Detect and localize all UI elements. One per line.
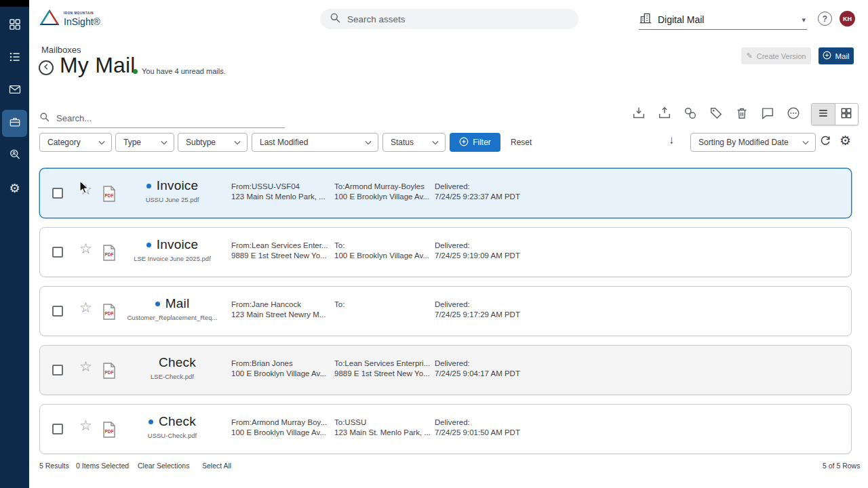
clear-selections-button[interactable]: Clear Selections bbox=[138, 462, 189, 470]
grid-icon bbox=[8, 18, 22, 34]
to-column: To:Armond Murray-Boyles100 E Brooklyn Vi… bbox=[334, 182, 429, 201]
mountain-logo-icon bbox=[39, 9, 60, 29]
status-dropdown[interactable]: Status bbox=[382, 133, 446, 152]
mail-type: Invoice bbox=[157, 178, 199, 193]
last-modified-dropdown[interactable]: Last Modified bbox=[252, 133, 378, 152]
refresh-button[interactable] bbox=[818, 135, 832, 151]
sidebar-item-digital-mail[interactable] bbox=[2, 110, 27, 137]
create-version-button[interactable]: ✎ Create Version bbox=[741, 47, 811, 64]
view-toggle bbox=[811, 103, 859, 125]
delivered-label: Delivered: bbox=[435, 241, 520, 251]
from-column: From:Brian Jones100 E Brooklyn Village A… bbox=[231, 359, 326, 378]
sidebar-item-dashboard[interactable] bbox=[2, 12, 27, 39]
delivered-time: 7/24/25 9:01:50 AM PDT bbox=[435, 428, 520, 438]
from-line2: 100 E Brooklyn Village Av... bbox=[231, 428, 327, 438]
comment-button[interactable] bbox=[760, 106, 776, 123]
mail-row[interactable]: ☆ PDF Check LSE-Check.pdf From:Brian Jon… bbox=[39, 345, 852, 395]
page-title: My Mail bbox=[60, 53, 136, 78]
unread-dot bbox=[146, 184, 151, 188]
to-line1: To:USSU bbox=[334, 418, 431, 428]
more-options-button[interactable] bbox=[785, 106, 802, 123]
unread-dot bbox=[155, 302, 160, 306]
import-button[interactable] bbox=[631, 106, 647, 123]
category-label: Category bbox=[47, 138, 81, 147]
sorting-label: Sorting By Modified Date bbox=[698, 138, 789, 147]
mail-type: Invoice bbox=[157, 237, 199, 252]
global-search[interactable] bbox=[320, 9, 578, 29]
mail-row[interactable]: ☆ PDF Invoice LSE Invoice June 2025.pdf … bbox=[39, 227, 852, 277]
office-building-icon bbox=[639, 12, 652, 28]
mail-type: Mail bbox=[165, 296, 190, 311]
from-line1: From:Armond Murray Boy... bbox=[231, 418, 327, 428]
mail-type: Check bbox=[159, 355, 196, 370]
mail-button-label: Mail bbox=[835, 52, 849, 60]
mail-row[interactable]: ☆ PDF Invoice USSU June 25.pdf From:USSU… bbox=[39, 168, 852, 218]
row-checkbox[interactable] bbox=[52, 306, 63, 317]
from-line1: From:Jane Hancock bbox=[231, 300, 326, 310]
subtype-dropdown[interactable]: Subtype bbox=[178, 133, 248, 152]
sidebar-item-settings[interactable]: ⚙ bbox=[2, 175, 27, 202]
category-dropdown[interactable]: Category bbox=[39, 133, 112, 152]
back-button[interactable] bbox=[39, 60, 54, 75]
sorting-dropdown[interactable]: Sorting By Modified Date bbox=[690, 133, 816, 152]
pencil-icon: ✎ bbox=[747, 52, 753, 60]
sidebar-item-mail[interactable] bbox=[2, 77, 27, 104]
delivered-time: 7/24/25 9:23:37 AM PDT bbox=[435, 192, 520, 202]
delivered-column: Delivered:7/24/25 9:23:37 AM PDT bbox=[435, 182, 520, 201]
mail-search-input[interactable] bbox=[56, 113, 283, 123]
sidebar-item-search-people[interactable] bbox=[2, 142, 27, 169]
rows-info: 5 of 5 Rows bbox=[823, 462, 860, 470]
window-corner bbox=[0, 0, 29, 7]
chevron-down-icon bbox=[234, 140, 241, 145]
tag-button[interactable] bbox=[708, 106, 724, 123]
delivered-time: 7/24/25 9:17:29 AM PDT bbox=[435, 310, 520, 320]
versions-icon bbox=[683, 106, 698, 123]
delete-button[interactable] bbox=[734, 106, 750, 123]
row-checkbox[interactable] bbox=[52, 424, 63, 434]
list-settings-button[interactable]: ⚙ bbox=[840, 133, 851, 148]
unread-summary: You have 4 unread mails. bbox=[133, 67, 226, 75]
from-line1: From:Lean Services Enter... bbox=[231, 241, 328, 251]
help-button[interactable]: ? bbox=[818, 12, 832, 26]
mail-search[interactable] bbox=[38, 108, 285, 128]
mail-button[interactable]: Mail bbox=[818, 47, 854, 64]
filter-button[interactable]: Filter bbox=[450, 133, 500, 152]
row-checkbox[interactable] bbox=[52, 188, 63, 199]
avatar[interactable]: KH bbox=[840, 11, 855, 26]
from-line1: From:Brian Jones bbox=[231, 359, 326, 369]
arrow-left-icon bbox=[42, 62, 51, 74]
items-selected-count: 0 Items Selected bbox=[76, 462, 129, 470]
versions-button[interactable] bbox=[682, 106, 698, 123]
sort-direction-button[interactable]: ↓ bbox=[669, 134, 675, 147]
export-button[interactable] bbox=[656, 106, 673, 123]
type-dropdown[interactable]: Type bbox=[115, 133, 174, 152]
select-all-button[interactable]: Select All bbox=[202, 462, 231, 470]
chevron-down-icon bbox=[432, 140, 439, 145]
to-line1: To: bbox=[334, 300, 344, 310]
avatar-initials: KH bbox=[843, 16, 852, 22]
from-line2: 123 Main St Menlo Park, ... bbox=[231, 192, 326, 202]
row-checkbox[interactable] bbox=[52, 247, 63, 258]
app-sidebar: ⚙ bbox=[0, 7, 29, 488]
unread-dot bbox=[146, 243, 151, 247]
row-checkbox[interactable] bbox=[52, 365, 63, 375]
mail-row[interactable]: ☆ PDF Mail Customer_Replacement_Req... F… bbox=[39, 286, 852, 336]
sidebar-item-tasks[interactable] bbox=[2, 45, 27, 72]
grid-view-button[interactable] bbox=[835, 104, 859, 125]
to-line2: 9889 E 1st Street New Yo... bbox=[334, 369, 430, 379]
delivered-label: Delivered: bbox=[435, 182, 520, 192]
to-column: To:100 E Brooklyn Village Av... bbox=[334, 241, 429, 260]
to-column: To:USSU123 Main St. Menlo Park, ... bbox=[334, 418, 431, 437]
plus-circle-icon bbox=[459, 137, 469, 148]
app-selector-dropdown[interactable]: Digital Mail ▾ bbox=[639, 10, 807, 30]
search-assets-input[interactable] bbox=[347, 14, 569, 24]
list-view-button[interactable] bbox=[812, 104, 835, 125]
mail-row[interactable]: ☆ PDF Check USSU-Check.pdf From:Armond M… bbox=[39, 404, 852, 454]
question-mark-icon: ? bbox=[823, 14, 827, 24]
subtype-label: Subtype bbox=[186, 138, 216, 147]
from-line1: From:USSU-VSF04 bbox=[231, 182, 326, 192]
reset-button[interactable]: Reset bbox=[511, 138, 532, 147]
unread-dot bbox=[149, 420, 153, 424]
delivered-column: Delivered:7/24/25 9:19:09 AM PDT bbox=[435, 241, 520, 260]
gear-icon: ⚙ bbox=[9, 182, 20, 195]
